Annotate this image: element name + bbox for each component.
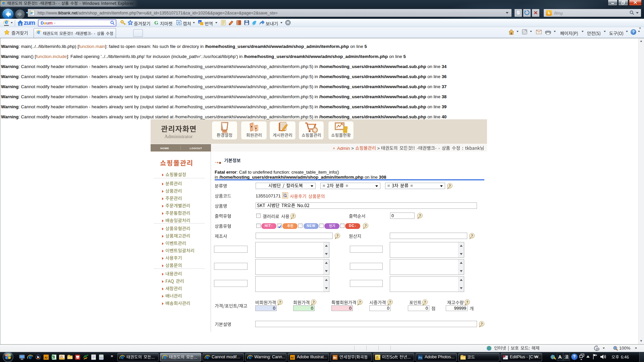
svg-text:X: X bbox=[52, 356, 54, 359]
svg-text:A: A bbox=[199, 21, 201, 24]
svg-text:Br: Br bbox=[333, 356, 337, 359]
svg-text:Ai: Ai bbox=[291, 356, 294, 359]
svg-text:G: G bbox=[154, 20, 158, 25]
svg-text:Ps: Ps bbox=[419, 356, 422, 359]
svg-text:Ai: Ai bbox=[44, 356, 47, 359]
